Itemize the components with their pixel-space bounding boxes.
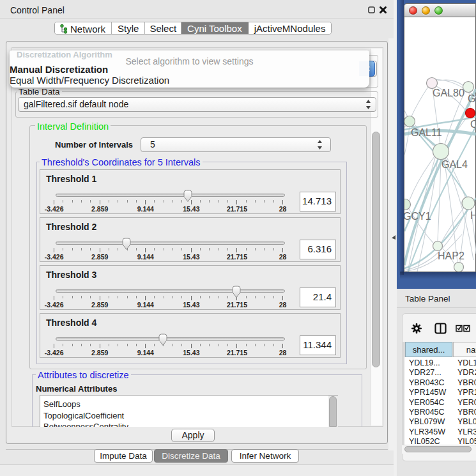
svg-text:GAL11: GAL11 bbox=[411, 127, 442, 138]
svg-text:GAL80: GAL80 bbox=[433, 88, 464, 98]
svg-text:H: H bbox=[470, 210, 476, 221]
svg-text:C: C bbox=[470, 119, 476, 130]
svg-text:HAP2: HAP2 bbox=[438, 250, 464, 261]
svg-text:GCY1: GCY1 bbox=[404, 211, 431, 222]
svg-text:GA: GA bbox=[468, 93, 476, 104]
svg-text:GAL4: GAL4 bbox=[441, 159, 468, 170]
